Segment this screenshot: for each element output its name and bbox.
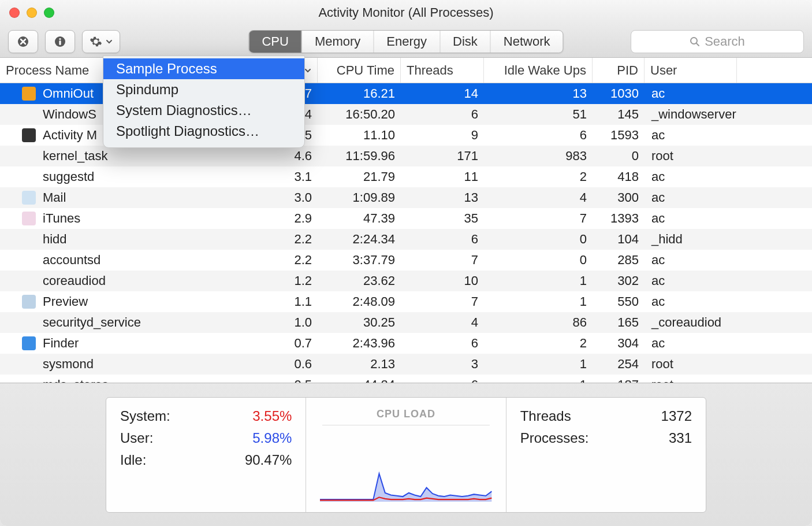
svg-point-2 [59,38,61,39]
process-threads: 3 [401,357,484,372]
process-cpu-time: 1:09.89 [318,190,401,205]
process-cpu: 2.9 [249,211,318,226]
process-name: Activity M [43,128,97,143]
quit-icon [17,35,29,48]
process-name: suggestd [43,169,94,184]
user-label: User: [120,430,217,446]
counts-panel: Threads 1372 Processes: 331 [506,398,706,512]
system-label: System: [120,408,217,424]
process-threads: 6 [401,107,484,122]
process-cpu-time: 2.13 [318,357,401,372]
process-idle-wake-ups: 1 [484,357,593,372]
process-pid: 550 [593,294,645,309]
process-idle-wake-ups: 0 [484,232,593,247]
process-idle-wake-ups: 51 [484,107,593,122]
process-pid: 418 [593,169,645,184]
inspect-process-button[interactable] [45,30,75,53]
process-idle-wake-ups: 983 [484,149,593,164]
process-threads: 13 [401,190,484,205]
app-icon [21,127,37,143]
process-idle-wake-ups: 1 [484,273,593,288]
process-user: ac [645,128,737,143]
threads-label: Threads [520,408,617,424]
process-idle-wake-ups: 86 [484,315,593,330]
menu-item[interactable]: Sample Process [103,58,304,79]
process-cpu: 2.2 [249,253,318,268]
tab-memory[interactable]: Memory [302,31,374,53]
table-row[interactable]: Mail3.01:09.89134300ac [0,187,812,208]
process-pid: 1393 [593,211,645,226]
summary-panel: System: 3.55% User: 5.98% Idle: 90.47% C… [106,397,706,513]
process-pid: 1593 [593,128,645,143]
search-field[interactable]: Search [631,30,804,53]
gear-menu-button[interactable] [82,30,120,53]
threads-value: 1372 [617,408,692,424]
chart-title: CPU LOAD [322,408,489,425]
process-user: ac [645,190,737,205]
process-cpu-time: 2:43.96 [318,336,401,351]
process-pid: 285 [593,253,645,268]
tab-cpu[interactable]: CPU [249,31,301,53]
process-cpu: 0.6 [249,357,318,372]
app-icon [21,190,37,206]
process-cpu-time: 16.21 [318,86,401,101]
tab-disk[interactable]: Disk [440,31,491,53]
column-user[interactable]: User [645,58,737,83]
table-row[interactable]: coreaudiod1.223.62101302ac [0,271,812,291]
process-name: WindowS [43,107,96,122]
svg-line-5 [696,43,699,46]
tab-energy[interactable]: Energy [374,31,440,53]
process-cpu: 1.1 [249,294,318,309]
processes-value: 331 [617,430,692,446]
column-pid[interactable]: PID [593,58,645,83]
column-cpu-time[interactable]: CPU Time [318,58,401,83]
process-cpu-time: 21.79 [318,169,401,184]
column-idle-wake-ups[interactable]: Idle Wake Ups [484,58,593,83]
menu-item[interactable]: System Diagnostics… [103,100,304,121]
svg-rect-3 [59,40,61,45]
process-threads: 4 [401,315,484,330]
process-name: kernel_task [43,149,108,164]
process-idle-wake-ups: 2 [484,169,593,184]
table-row[interactable]: Preview1.12:48.0971550ac [0,291,812,312]
table-row[interactable]: Finder0.72:43.9662304ac [0,333,812,354]
table-row[interactable]: iTunes2.947.393571393ac [0,208,812,229]
process-pid: 165 [593,315,645,330]
user-value: 5.98% [217,430,292,446]
menu-item[interactable]: Spotlight Diagnostics… [103,121,304,142]
table-row[interactable]: kernel_task4.611:59.961719830root [0,146,812,166]
process-cpu: 3.0 [249,190,318,205]
process-cpu: 4.6 [249,149,318,164]
app-icon [21,273,37,289]
table-row[interactable]: sysmond0.62.1331254root [0,354,812,375]
table-row[interactable]: suggestd3.121.79112418ac [0,166,812,187]
process-idle-wake-ups: 2 [484,336,593,351]
quit-process-button[interactable] [8,30,38,53]
process-user: ac [645,336,737,351]
process-pid: 300 [593,190,645,205]
app-icon [21,169,37,185]
footer-summary: System: 3.55% User: 5.98% Idle: 90.47% C… [0,383,812,526]
app-icon [21,294,37,310]
process-idle-wake-ups: 7 [484,211,593,226]
app-icon [21,314,37,331]
process-threads: 11 [401,169,484,184]
process-cpu-time: 23.62 [318,273,401,288]
cpu-usage-panel: System: 3.55% User: 5.98% Idle: 90.47% [106,398,306,512]
app-icon [21,210,37,227]
app-icon [21,231,37,247]
process-threads: 35 [401,211,484,226]
process-cpu-time: 30.25 [318,315,401,330]
tab-network[interactable]: Network [491,31,563,53]
column-threads[interactable]: Threads [401,58,484,83]
process-pid: 254 [593,357,645,372]
table-row[interactable]: securityd_service1.030.25486165_coreaudi… [0,312,812,333]
process-idle-wake-ups: 4 [484,190,593,205]
app-icon [21,335,37,351]
table-row[interactable]: accountsd2.23:37.7970285ac [0,250,812,271]
process-name: Finder [43,336,79,351]
tab-bar: CPU Memory Energy Disk Network [248,30,563,53]
toolbar: CPU Memory Energy Disk Network Search [0,25,812,58]
table-row[interactable]: hidd2.22:24.3460104_hidd [0,229,812,250]
menu-item[interactable]: Spindump [103,79,304,100]
